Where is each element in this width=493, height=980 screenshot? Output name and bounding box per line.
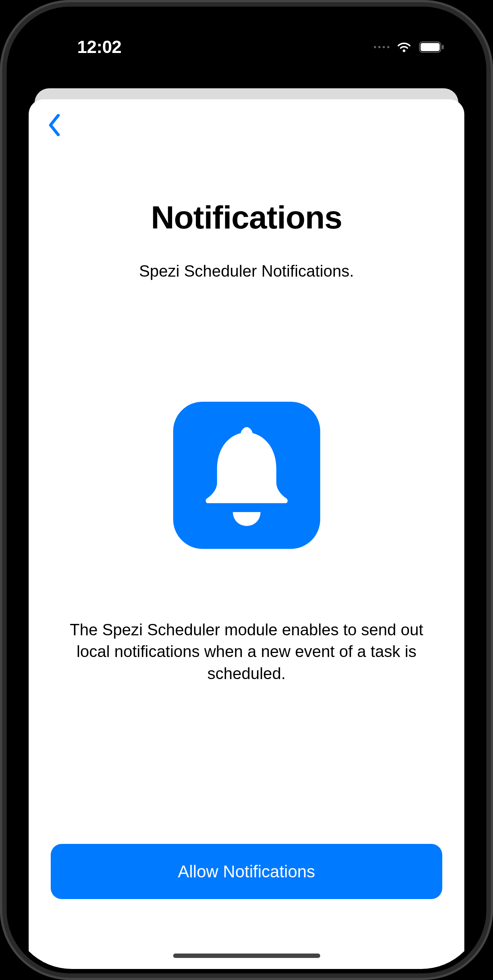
content-area: Notifications Spezi Scheduler Notificati… [29, 136, 464, 844]
bell-icon [197, 421, 296, 529]
svg-rect-1 [420, 43, 440, 51]
status-bar: 12:02 [11, 11, 482, 75]
cellular-dots [374, 46, 389, 48]
status-indicators [374, 38, 445, 56]
modal-sheet: Notifications Spezi Scheduler Notificati… [29, 99, 464, 969]
page-title: Notifications [151, 199, 342, 236]
status-time: 12:02 [77, 37, 121, 57]
sheet-header [29, 99, 464, 136]
page-subtitle: Spezi Scheduler Notifications. [139, 262, 354, 280]
description-text: The Spezi Scheduler module enables to se… [51, 619, 442, 684]
allow-notifications-button[interactable]: Allow Notifications [51, 844, 442, 899]
chevron-left-icon [47, 114, 62, 136]
home-indicator[interactable] [173, 953, 320, 958]
device-frame: 12:02 [0, 0, 493, 980]
button-container: Allow Notifications [29, 844, 464, 969]
back-button[interactable] [47, 114, 62, 136]
battery-icon [419, 40, 445, 54]
svg-rect-2 [442, 45, 444, 49]
wifi-icon [396, 38, 412, 56]
hero-icon-container [173, 402, 320, 549]
